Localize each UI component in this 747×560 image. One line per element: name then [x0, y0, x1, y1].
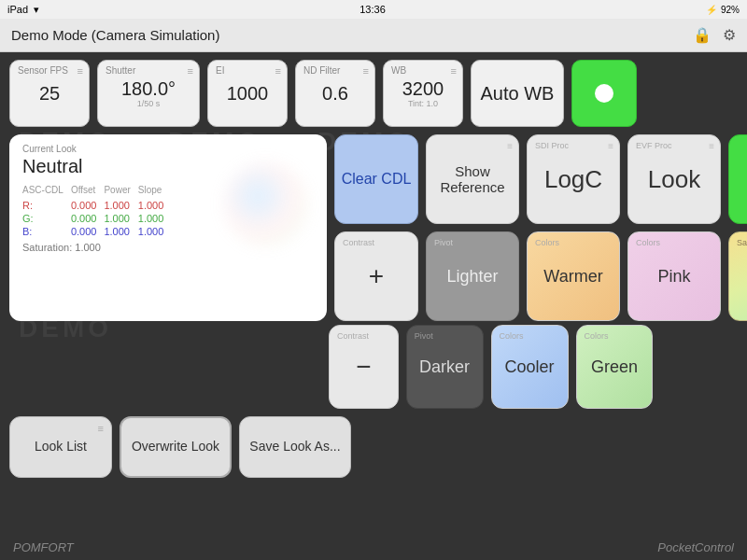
status-left: iPad ▾ [7, 4, 39, 16]
pivot-lighter-value: Lighter [446, 267, 498, 287]
overwrite-look-label: Overwrite Look [132, 438, 219, 456]
ei-menu[interactable]: ≡ [275, 65, 281, 77]
battery-level: 92% [721, 5, 740, 15]
shutter-menu[interactable]: ≡ [188, 65, 193, 77]
sensor-fps-menu[interactable]: ≡ [78, 65, 83, 77]
third-row: Contrast − Pivot Darker Colors Cooler Co… [329, 325, 738, 409]
sdi-proc-value: LogC [544, 165, 602, 194]
b-power: 1.000 [104, 225, 137, 238]
color-blob [224, 162, 308, 246]
look-list-menu[interactable]: ≡ [98, 423, 104, 434]
status-bar: iPad ▾ 13:36 ⚡ 92% [0, 0, 747, 19]
saturation-button[interactable]: Saturation 1.000 [728, 231, 747, 321]
g-label: G: [22, 212, 71, 225]
green-dot-icon [595, 84, 613, 103]
pivot-lighter-button[interactable]: Pivot Lighter [426, 231, 519, 321]
bluetooth-icon: ⚡ [706, 5, 717, 15]
contrast-plus-button[interactable]: Contrast + [334, 231, 418, 321]
nd-filter-menu[interactable]: ≡ [363, 65, 369, 77]
saturation-top-label: Saturation [737, 238, 747, 247]
b-label: B: [22, 225, 71, 238]
pivot-darker-label: Pivot [415, 331, 433, 341]
status-time: 13:36 [359, 4, 386, 15]
sensor-fps-value: 25 [39, 83, 60, 104]
colors-cooler-value: Cooler [505, 357, 555, 377]
shutter-sub: 1/50 s [137, 99, 161, 108]
shutter-label: Shutter [106, 65, 135, 76]
show-reference-label: Show Reference [440, 163, 504, 195]
sdi-proc-menu[interactable]: ≡ [608, 141, 613, 151]
ei-button[interactable]: EI ≡ 1000 [207, 60, 288, 127]
shutter-button[interactable]: Shutter ≡ 180.0° 1/50 s [97, 60, 200, 127]
bottom-row: ≡ Look List Overwrite Look Save Look As.… [9, 416, 738, 478]
col-header-asc: ASC-CDL [22, 185, 71, 199]
look-card: Current Look Neutral ASC-CDL Offset Powe… [9, 134, 327, 321]
b-offset: 0.000 [71, 225, 105, 238]
cdl-table: ASC-CDL Offset Power Slope R: 0.000 1.00… [22, 185, 171, 238]
footer: POMFORT PocketControl [0, 540, 747, 554]
wb-value: 3200 [402, 78, 444, 99]
nd-filter-label: ND Filter [303, 65, 340, 76]
colors-warmer-button[interactable]: Colors Warmer [527, 231, 620, 321]
contrast-plus-label: Contrast [343, 238, 374, 247]
table-row-r: R: 0.000 1.000 1.000 [22, 199, 171, 212]
save-look-as-button[interactable]: Save Look As... [239, 416, 351, 478]
sdi-proc-label: SDI Proc [535, 141, 569, 150]
wb-sub: Tint: 1.0 [408, 99, 438, 108]
nd-filter-value: 0.6 [322, 83, 348, 104]
pomfort-brand: POMFORT [13, 540, 74, 554]
evf-proc-menu[interactable]: ≡ [709, 141, 714, 151]
colors-green-button[interactable]: Colors Green [576, 325, 654, 409]
contrast-minus-label: Contrast [337, 331, 369, 341]
r-slope: 1.000 [138, 199, 172, 212]
status-right: ⚡ 92% [706, 5, 740, 15]
g-offset: 0.000 [71, 212, 105, 225]
shutter-value: 180.0° [121, 78, 176, 99]
settings-icon[interactable]: ⚙ [723, 26, 736, 44]
nd-filter-button[interactable]: ND Filter ≡ 0.6 [295, 60, 375, 127]
look-list-label: Look List [35, 438, 87, 456]
saturation-value: 1.000 [75, 242, 101, 253]
wb-menu[interactable]: ≡ [451, 65, 457, 77]
col-header-power: Power [104, 185, 137, 199]
colors-cooler-label: Colors [500, 331, 524, 341]
lock-icon[interactable]: 🔒 [693, 26, 712, 44]
middle-buttons: Clear CDL ≡ Show Reference SDI Proc ≡ Lo… [334, 134, 747, 321]
green-dot-button[interactable] [571, 60, 637, 127]
table-row-g: G: 0.000 1.000 1.000 [22, 212, 171, 225]
contrast-minus-button[interactable]: Contrast − [329, 325, 399, 409]
clear-cdl-button[interactable]: Clear CDL [334, 134, 418, 224]
look-title: Current Look [22, 144, 314, 154]
right-panel: Clear CDL ≡ Show Reference SDI Proc ≡ Lo… [334, 134, 747, 321]
colors-pink-button[interactable]: Colors Pink [627, 231, 721, 321]
g-slope: 1.000 [138, 212, 172, 225]
r-offset: 0.000 [71, 199, 105, 212]
colors-pink-label: Colors [636, 238, 660, 247]
table-row-b: B: 0.000 1.000 1.000 [22, 225, 171, 238]
evf-proc-value: Look [648, 165, 700, 194]
contrast-plus-value: + [369, 261, 384, 291]
col-header-offset: Offset [71, 185, 105, 199]
auto-wb-button[interactable]: Auto WB [471, 60, 564, 127]
contrast-minus-value: − [356, 352, 371, 382]
auto-wb-value: Auto WB [481, 83, 555, 104]
wb-button[interactable]: WB ≡ 3200 Tint: 1.0 [383, 60, 463, 127]
evf-proc-label: EVF Proc [636, 141, 672, 150]
save-look-as-label: Save Look As... [249, 438, 340, 456]
pivot-darker-button[interactable]: Pivot Darker [406, 325, 484, 409]
sensor-fps-button[interactable]: Sensor FPS ≡ 25 [9, 60, 90, 127]
look-list-button[interactable]: ≡ Look List [9, 416, 112, 478]
app-title: Demo Mode (Camera Simulation) [11, 27, 219, 43]
green-action-button[interactable] [728, 134, 747, 224]
show-reference-menu[interactable]: ≡ [507, 141, 513, 151]
show-reference-button[interactable]: ≡ Show Reference [426, 134, 519, 224]
pocketcontrol-brand: PocketControl [657, 540, 734, 554]
overwrite-look-button[interactable]: Overwrite Look [120, 416, 232, 478]
colors-green-value: Green [591, 357, 638, 377]
r-label: R: [22, 199, 71, 212]
colors-cooler-button[interactable]: Colors Cooler [491, 325, 569, 409]
colors-warmer-value: Warmer [543, 267, 602, 287]
evf-proc-button[interactable]: EVF Proc ≡ Look [627, 134, 721, 224]
pivot-darker-value: Darker [419, 357, 470, 377]
sdi-proc-button[interactable]: SDI Proc ≡ LogC [527, 134, 620, 224]
